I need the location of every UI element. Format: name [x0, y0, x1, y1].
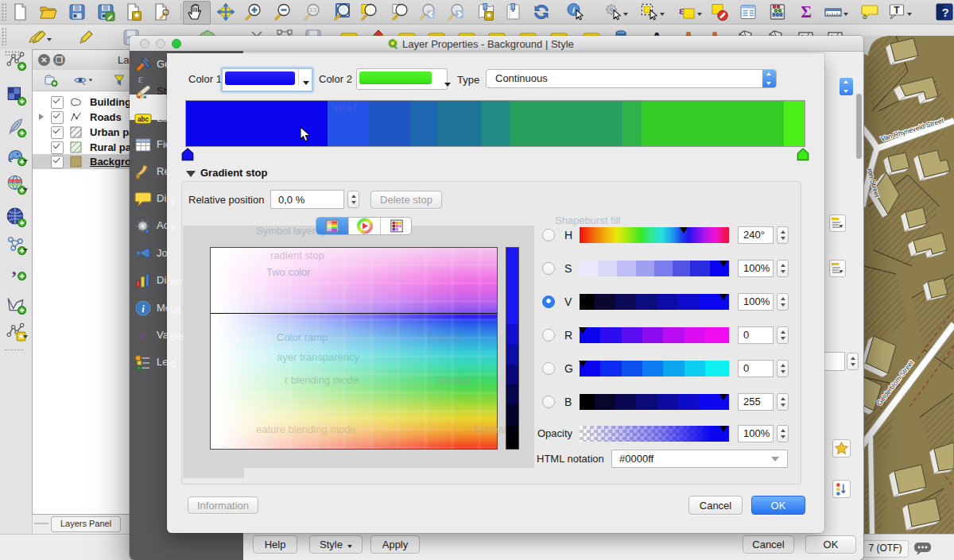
measure-line-button[interactable]	[824, 2, 843, 21]
show-bookmarks-button[interactable]	[503, 2, 522, 21]
add-raster-layer-button[interactable]	[6, 85, 26, 106]
run-feature-action-dropdown-arrow[interactable]	[623, 13, 628, 16]
color2-dropdown-arrow[interactable]	[444, 83, 451, 87]
help-contents-button[interactable]: ?	[935, 2, 954, 21]
slider-stepper-s[interactable]	[777, 260, 789, 277]
text-annotation-dropdown-arrow[interactable]	[907, 13, 912, 16]
field-calculator-button[interactable]	[768, 2, 787, 21]
pan-map-button[interactable]	[186, 2, 205, 21]
slider-bar-b[interactable]	[580, 394, 729, 410]
add-virtual-layer-button[interactable]	[6, 321, 26, 342]
sliver-stepper[interactable]	[847, 353, 859, 370]
slider-value-v[interactable]: 100%	[738, 293, 774, 311]
slider-value-opacity[interactable]: 100%	[738, 425, 774, 442]
dialog-ok-button[interactable]: OK	[805, 535, 856, 554]
layer-checkbox[interactable]	[51, 111, 64, 124]
new-project-button[interactable]	[10, 2, 29, 21]
dialog-help-button[interactable]: Help	[253, 535, 297, 554]
minimize-traffic-light[interactable]	[156, 39, 165, 48]
new-print-composer-button[interactable]	[123, 2, 142, 21]
layer-checkbox[interactable]	[51, 96, 64, 109]
information-button[interactable]: Information	[188, 496, 258, 514]
slider-marker-s[interactable]	[719, 261, 727, 267]
favorites-star-button[interactable]	[832, 439, 851, 458]
current-edits-dropdown-arrow[interactable]	[47, 38, 52, 41]
save-project-button[interactable]	[68, 2, 87, 21]
panel-close-button[interactable]: ✕	[38, 54, 50, 66]
add-gpx-layer-button[interactable]	[6, 117, 26, 137]
zoom-in-button[interactable]	[243, 2, 262, 21]
zoom-next-button[interactable]	[446, 2, 465, 21]
delete-stop-button[interactable]: Delete stop	[370, 191, 442, 209]
zoom-actual-size-button[interactable]: 1:1	[302, 2, 321, 21]
html-notation-field[interactable]: #0000ff	[611, 450, 788, 468]
add-virtual-layer-dropdown-arrow[interactable]	[23, 335, 28, 338]
toolbar-grip[interactable]	[2, 3, 6, 21]
show-statistical-summary-button[interactable]: Σ	[797, 2, 816, 21]
select-by-expression-dropdown-arrow[interactable]	[697, 13, 702, 16]
layer-checkbox[interactable]	[51, 141, 64, 154]
slider-marker-g[interactable]	[579, 361, 587, 367]
slider-marker-b[interactable]	[719, 394, 727, 400]
slider-marker-v[interactable]	[719, 294, 727, 300]
color2-swatch-button[interactable]	[356, 68, 448, 90]
add-wcs-layer-button[interactable]	[6, 207, 26, 227]
dialog-cancel-button[interactable]: Cancel	[743, 535, 794, 554]
manage-layer-visibility-button[interactable]	[73, 73, 87, 87]
data-defined-button-1[interactable]	[829, 214, 846, 232]
slider-stepper-g[interactable]	[777, 360, 789, 377]
slider-marker-opacity[interactable]	[719, 426, 727, 432]
color-box[interactable]	[210, 247, 498, 450]
slider-stepper-r[interactable]	[777, 326, 789, 344]
add-spatialite-layer-dropdown-arrow[interactable]	[23, 249, 28, 252]
add-spatialite-layer-button[interactable]	[6, 234, 26, 255]
symbol-levels-button[interactable]	[832, 480, 851, 498]
slider-value-b[interactable]: 255	[738, 393, 774, 411]
map-tips-button[interactable]	[860, 2, 879, 21]
radio-r[interactable]	[542, 329, 555, 342]
add-group-button[interactable]	[44, 73, 58, 87]
slider-bar-opacity[interactable]	[580, 426, 729, 442]
layer-checkbox[interactable]	[51, 156, 64, 168]
expander-icon[interactable]	[39, 114, 44, 120]
text-annotation-button[interactable]: T	[887, 2, 906, 21]
radio-v[interactable]	[542, 295, 555, 308]
dialog-scrollbar-thumb[interactable]	[856, 94, 862, 159]
save-project-as-button[interactable]	[96, 2, 115, 21]
slider-stepper-v[interactable]	[777, 293, 789, 311]
slider-bar-g[interactable]	[580, 361, 729, 377]
slider-stepper-b[interactable]	[777, 393, 789, 411]
panel-float-button[interactable]: ❐	[53, 54, 65, 66]
zoom-out-button[interactable]	[273, 2, 292, 21]
value-bar[interactable]	[506, 247, 519, 450]
refresh-button[interactable]	[532, 2, 551, 21]
slider-bar-r[interactable]	[580, 327, 729, 343]
new-shapefile-layer-button[interactable]	[6, 294, 26, 315]
add-wms-layer-button[interactable]	[6, 174, 26, 195]
toggle-editing-button[interactable]	[76, 28, 95, 47]
zoom-to-selection-button[interactable]	[359, 2, 378, 21]
collapse-triangle-icon[interactable]	[186, 171, 196, 177]
dialog-style-button[interactable]: Style	[309, 535, 363, 554]
slider-bar-s[interactable]	[580, 261, 729, 276]
picker-ok-button[interactable]: OK	[751, 496, 805, 515]
select-by-expression-button[interactable]: ε	[677, 2, 696, 21]
map-canvas[interactable]: Van Rhyneveld Streetron StreetGelderblom…	[864, 36, 954, 534]
slider-stepper-h[interactable]	[777, 226, 789, 244]
select-features-dropdown-arrow[interactable]	[660, 13, 665, 16]
zoom-to-layer-button[interactable]	[390, 2, 409, 21]
crs-status[interactable]: 7 (OTF)	[862, 540, 909, 558]
radio-b[interactable]	[542, 396, 555, 408]
slider-marker-r[interactable]	[579, 327, 587, 334]
filter-legend-button[interactable]	[112, 73, 126, 87]
deselect-all-button[interactable]	[710, 2, 729, 21]
layer-label[interactable]: Roads	[90, 111, 122, 123]
gradient-stop-start[interactable]	[181, 148, 194, 161]
data-defined-button-2[interactable]	[829, 260, 846, 277]
radio-s[interactable]	[542, 262, 555, 275]
add-wms-layer-dropdown-arrow[interactable]	[23, 188, 28, 191]
slider-value-s[interactable]: 100%	[738, 260, 774, 277]
zoom-traffic-light[interactable]	[172, 39, 181, 48]
gradient-preview-bar[interactable]	[185, 100, 805, 147]
pan-to-selection-button[interactable]	[216, 2, 235, 21]
